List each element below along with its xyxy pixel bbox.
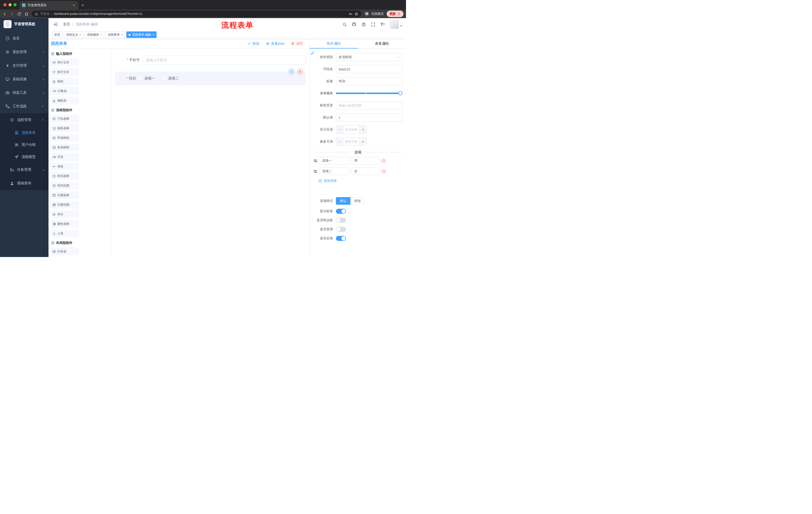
window-close-button[interactable] xyxy=(3,3,6,6)
github-icon[interactable] xyxy=(350,21,358,28)
palette-item-checkbox-group[interactable]: 多选框组 xyxy=(51,143,79,151)
avatar[interactable] xyxy=(390,20,399,29)
palette-item-editor[interactable]: 编辑器 xyxy=(51,97,79,104)
window-minimize-button[interactable] xyxy=(8,3,11,6)
default-value-input[interactable] xyxy=(336,113,403,121)
palette-item-slider[interactable]: 滑块 xyxy=(51,163,79,170)
tab-component-props[interactable]: 组件属性 xyxy=(310,39,358,48)
new-tab-button[interactable]: + xyxy=(78,3,87,9)
link-icon[interactable] xyxy=(311,52,314,55)
palette-item-time-range[interactable]: 时间范围 xyxy=(51,182,79,189)
palette-item-counter[interactable]: 123 计数器 xyxy=(51,87,79,95)
phone-input[interactable] xyxy=(143,56,306,64)
font-size-icon[interactable]: TT xyxy=(379,21,386,28)
palette-item-textarea[interactable]: 多行文本 xyxy=(51,68,79,76)
palette-item-upload[interactable]: 上传 xyxy=(51,229,79,237)
drag-handle-icon[interactable] xyxy=(313,159,318,163)
back-icon[interactable] xyxy=(2,12,7,16)
remove-option-icon[interactable] xyxy=(381,169,386,173)
close-icon[interactable]: × xyxy=(152,33,154,36)
form-canvas[interactable]: 手机号 xyxy=(111,49,310,257)
palette-item-row-container[interactable]: 行容器 xyxy=(51,248,79,255)
palette-item-select[interactable]: 下拉选择 xyxy=(51,115,79,123)
drag-handle-icon[interactable] xyxy=(313,169,318,173)
title-input[interactable] xyxy=(336,77,403,85)
tag-process-form-edit[interactable]: 流程表单-编辑× xyxy=(126,31,156,38)
remove-option-icon[interactable] xyxy=(381,159,386,163)
sidebar-item-system-mgmt[interactable]: 系统管理 xyxy=(0,45,49,59)
tag-process-model[interactable]: 流程模型× xyxy=(85,31,104,38)
close-icon[interactable]: × xyxy=(79,33,81,36)
increase-icon[interactable]: + xyxy=(359,126,366,133)
border-switch[interactable] xyxy=(336,218,346,223)
min-select-input[interactable] xyxy=(343,126,359,133)
option-label-input[interactable] xyxy=(320,157,350,164)
delete-component-button[interactable] xyxy=(297,69,303,75)
decrease-icon[interactable]: − xyxy=(336,138,343,145)
tag-process-form[interactable]: 流程表单× xyxy=(106,31,125,38)
sidebar-item-process-form[interactable]: 流程表单 xyxy=(0,127,49,139)
breadcrumb-home[interactable]: 首页 xyxy=(63,22,70,27)
sidebar-item-process-mgmt[interactable]: 流程管理 xyxy=(0,113,49,127)
palette-item-password[interactable]: 密码 xyxy=(51,78,79,85)
fullscreen-icon[interactable] xyxy=(369,21,377,28)
style-default-button[interactable]: 默认 xyxy=(336,197,350,205)
option-value-input[interactable] xyxy=(352,167,379,175)
option-label-input[interactable] xyxy=(320,167,350,175)
component-type-select[interactable]: 多选框组 xyxy=(336,53,403,61)
sidebar-item-payment-mgmt[interactable]: ¥ 支付管理 xyxy=(0,59,49,73)
address-bar[interactable]: 不安全 dashboard.yudao.iocoder.cn/bpm/manag… xyxy=(32,10,361,17)
sidebar-item-workflow[interactable]: 工作流程 xyxy=(0,100,49,113)
palette-item-color-picker[interactable]: 颜色选择 xyxy=(51,220,79,227)
phone-field[interactable]: 手机号 xyxy=(115,56,306,64)
max-select-input[interactable] xyxy=(343,138,359,145)
update-button[interactable]: 更新 ⋮ xyxy=(387,10,404,17)
sidebar-item-process-model[interactable]: 流程模型 xyxy=(0,151,49,163)
help-icon[interactable] xyxy=(360,21,367,28)
increase-icon[interactable]: + xyxy=(359,138,366,145)
reload-icon[interactable] xyxy=(17,12,21,16)
checkbox-option-1[interactable]: 选项一 xyxy=(139,76,155,81)
palette-item-cascader[interactable]: 级联选择 xyxy=(51,125,79,132)
disabled-switch[interactable] xyxy=(336,227,346,232)
palette-item-time-picker[interactable]: 时间选择 xyxy=(51,172,79,180)
home-icon[interactable] xyxy=(24,12,29,16)
decrease-icon[interactable]: − xyxy=(336,126,343,133)
clear-button[interactable]: 清空 xyxy=(291,42,303,46)
sidebar-item-home[interactable]: 首页 xyxy=(0,32,49,45)
palette-item-single-line-text[interactable]: 单行文本 xyxy=(51,59,79,66)
grid-slider[interactable] xyxy=(336,89,403,97)
tag-home[interactable]: 首页 xyxy=(52,31,63,38)
sidebar-item-infrastructure[interactable]: 基础设施 xyxy=(0,73,49,86)
sidebar-item-leave-query[interactable]: 请假查询 xyxy=(0,177,49,190)
field-name-input[interactable] xyxy=(336,65,403,73)
bookmark-star-icon[interactable] xyxy=(354,12,358,16)
label-width-input[interactable] xyxy=(336,101,403,109)
sidebar-item-task-mgmt[interactable]: 任务管理 xyxy=(0,163,49,177)
tab-form-props[interactable]: 表单属性 xyxy=(358,39,406,48)
show-label-switch[interactable] xyxy=(336,209,346,214)
sidebar-item-dev-tools[interactable]: 研发工具 xyxy=(0,86,49,100)
palette-item-rate[interactable]: 评分 xyxy=(51,211,79,218)
palette-item-radio-group[interactable]: 单选框组 xyxy=(51,134,79,141)
view-json-button[interactable]: 查看json xyxy=(266,42,284,46)
gender-field-selected[interactable]: 性别 选项一 选项二 xyxy=(115,72,306,85)
sidebar-item-user-group[interactable]: 用户分组 xyxy=(0,139,49,151)
search-icon[interactable] xyxy=(341,21,348,28)
app-logo[interactable]: 芋道管理系统 xyxy=(0,18,49,30)
window-zoom-button[interactable] xyxy=(13,3,17,6)
required-switch[interactable] xyxy=(336,236,346,241)
menu-kebab-icon[interactable]: ⋮ xyxy=(397,12,401,16)
close-icon[interactable]: × xyxy=(100,33,102,36)
save-button[interactable]: 保存 xyxy=(247,42,259,46)
checkbox-option-2[interactable]: 选项二 xyxy=(163,76,179,81)
add-option-button[interactable]: 添加选项 xyxy=(318,179,403,183)
close-icon[interactable]: × xyxy=(121,33,123,36)
slider-track[interactable] xyxy=(336,92,401,94)
style-button-button[interactable]: 按钮 xyxy=(350,197,365,205)
browser-tab[interactable]: 芋道管理系统 × xyxy=(20,1,78,9)
copy-component-button[interactable] xyxy=(289,69,294,75)
palette-item-date-picker[interactable]: 日期选择 xyxy=(51,191,79,199)
password-key-icon[interactable] xyxy=(349,12,352,16)
option-value-input[interactable] xyxy=(352,157,379,164)
